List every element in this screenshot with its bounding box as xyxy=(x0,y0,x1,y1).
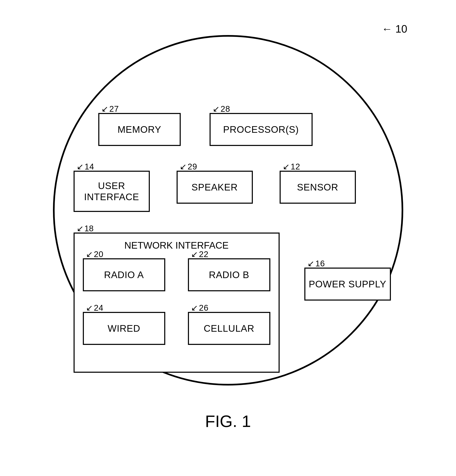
sensor-box: 12 SENSOR xyxy=(280,171,356,204)
user-interface-box: 14 USERINTERFACE xyxy=(74,171,150,212)
power-supply-box: 16 POWER SUPPLY xyxy=(304,268,391,301)
cellular-ref: 26 xyxy=(191,303,209,313)
sensor-label: SENSOR xyxy=(297,182,338,193)
processor-box: 28 PROCESSOR(S) xyxy=(210,113,313,146)
memory-ref: 27 xyxy=(101,104,119,114)
speaker-ref: 29 xyxy=(180,162,197,171)
user-interface-ref: 14 xyxy=(77,162,94,171)
memory-box: 27 MEMORY xyxy=(98,113,181,146)
main-circle: 27 MEMORY 28 PROCESSOR(S) 14 USERINTERFA… xyxy=(53,35,403,385)
user-interface-label: USERINTERFACE xyxy=(84,180,139,203)
figure-caption: FIG. 1 xyxy=(205,412,251,431)
network-interface-label: NETWORK INTERFACE xyxy=(75,240,279,251)
wired-box: 24 WIRED xyxy=(83,312,165,345)
circle-content: 27 MEMORY 28 PROCESSOR(S) 14 USERINTERFA… xyxy=(53,61,403,412)
power-supply-label: POWER SUPPLY xyxy=(309,279,386,290)
ref-10-label: 10 xyxy=(381,23,407,35)
cellular-label: CELLULAR xyxy=(204,323,255,334)
radio-a-label: RADIO A xyxy=(104,269,144,280)
processor-ref: 28 xyxy=(213,104,230,114)
radio-b-ref: 22 xyxy=(191,249,209,259)
cellular-box: 26 CELLULAR xyxy=(188,312,270,345)
diagram-container: 10 27 MEMORY 28 PROCESSOR(S) 14 USERINTE… xyxy=(32,10,424,443)
speaker-box: 29 SPEAKER xyxy=(177,171,253,204)
radio-a-ref: 20 xyxy=(86,249,104,259)
radio-b-box: 22 RADIO B xyxy=(188,258,270,291)
sensor-ref: 12 xyxy=(283,162,300,171)
wired-ref: 24 xyxy=(86,303,104,313)
memory-label: MEMORY xyxy=(117,124,161,135)
power-supply-ref: 16 xyxy=(307,259,325,268)
wired-label: WIRED xyxy=(108,323,140,334)
network-interface-box: 18 NETWORK INTERFACE 20 RADIO A 22 RADIO… xyxy=(74,233,280,373)
network-interface-ref: 18 xyxy=(77,224,94,233)
processor-label: PROCESSOR(S) xyxy=(223,124,299,135)
radio-a-box: 20 RADIO A xyxy=(83,258,165,291)
radio-b-label: RADIO B xyxy=(209,269,249,280)
speaker-label: SPEAKER xyxy=(191,182,238,193)
